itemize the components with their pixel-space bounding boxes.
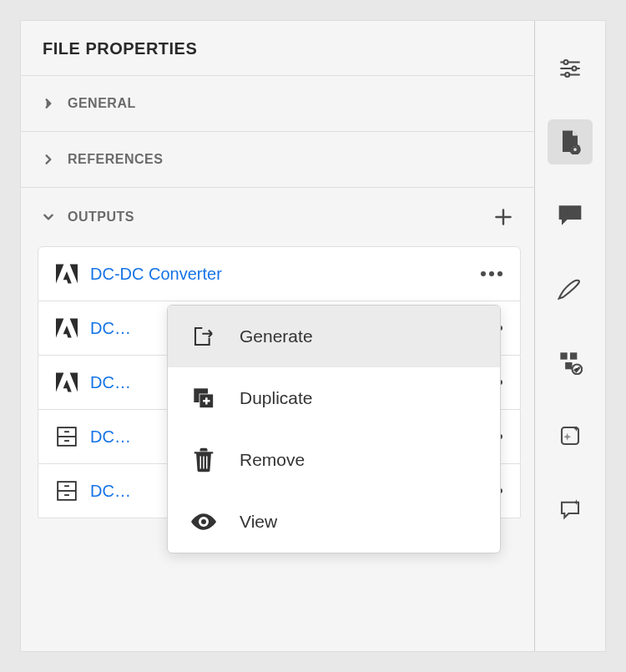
more-options-button[interactable] xyxy=(480,270,503,277)
file-properties-panel: FILE PROPERTIES GENERAL REFERENCES xyxy=(20,20,606,652)
output-item[interactable]: DC-DC Converter xyxy=(38,246,521,301)
svg-point-17 xyxy=(201,519,206,524)
rail-settings[interactable] xyxy=(548,46,593,91)
chevron-right-icon xyxy=(43,98,54,109)
menu-item-label: View xyxy=(240,512,277,532)
output-title: DC-DC Converter xyxy=(90,265,480,284)
section-references[interactable]: REFERENCES xyxy=(21,132,534,188)
trash-icon xyxy=(191,447,216,472)
svg-point-1 xyxy=(489,271,494,276)
menu-item-generate[interactable]: Generate xyxy=(168,306,500,367)
menu-item-remove[interactable]: Remove xyxy=(168,429,500,491)
section-label: GENERAL xyxy=(68,96,136,111)
chevron-right-icon xyxy=(43,154,54,165)
export-icon xyxy=(191,324,216,349)
adobe-icon xyxy=(55,262,78,285)
menu-item-label: Duplicate xyxy=(240,388,313,408)
svg-rect-27 xyxy=(570,352,577,359)
cabinet-icon xyxy=(55,425,78,448)
chevron-down-icon xyxy=(43,211,54,223)
svg-point-25 xyxy=(573,148,577,151)
output-context-menu: Generate Duplicate Remove xyxy=(167,305,501,553)
section-label: OUTPUTS xyxy=(68,210,134,225)
rail-comments[interactable] xyxy=(548,193,593,238)
rail-edit[interactable] xyxy=(548,266,593,311)
menu-item-view[interactable]: View xyxy=(168,491,500,553)
menu-item-label: Remove xyxy=(240,450,305,470)
adobe-icon xyxy=(55,316,78,340)
svg-rect-26 xyxy=(560,352,567,359)
adobe-icon xyxy=(55,371,78,394)
output-title: DC-DC Converter xyxy=(90,319,132,338)
rail-file-properties[interactable] xyxy=(548,119,593,164)
rail-sparkle-chat[interactable] xyxy=(548,487,593,532)
panel-title: FILE PROPERTIES xyxy=(21,21,534,76)
svg-point-0 xyxy=(481,271,486,276)
svg-point-21 xyxy=(564,60,568,64)
rail-sparkle-box[interactable] xyxy=(548,413,593,458)
svg-point-22 xyxy=(573,67,577,71)
output-title: DC-DC Converter xyxy=(90,373,132,392)
right-rail xyxy=(535,21,605,651)
main-panel: FILE PROPERTIES GENERAL REFERENCES xyxy=(21,21,535,651)
output-title: DC-DC Converter xyxy=(90,427,132,447)
eye-icon xyxy=(191,509,216,534)
svg-point-23 xyxy=(565,73,569,77)
menu-item-label: Generate xyxy=(240,326,313,346)
section-outputs: OUTPUTS DC-DC Converter xyxy=(21,188,534,534)
svg-point-2 xyxy=(497,271,502,276)
duplicate-icon xyxy=(191,386,216,411)
menu-item-duplicate[interactable]: Duplicate xyxy=(168,367,500,429)
cabinet-icon xyxy=(55,479,78,503)
rail-components[interactable] xyxy=(548,340,593,385)
section-general[interactable]: GENERAL xyxy=(21,76,534,132)
outputs-list: DC-DC Converter DC-DC Converter xyxy=(21,246,534,534)
svg-rect-28 xyxy=(565,362,572,369)
output-title: DC-DC Converter xyxy=(90,482,132,501)
add-output-button[interactable] xyxy=(494,208,512,226)
section-outputs-header[interactable]: OUTPUTS xyxy=(21,188,534,246)
section-label: REFERENCES xyxy=(68,152,163,167)
